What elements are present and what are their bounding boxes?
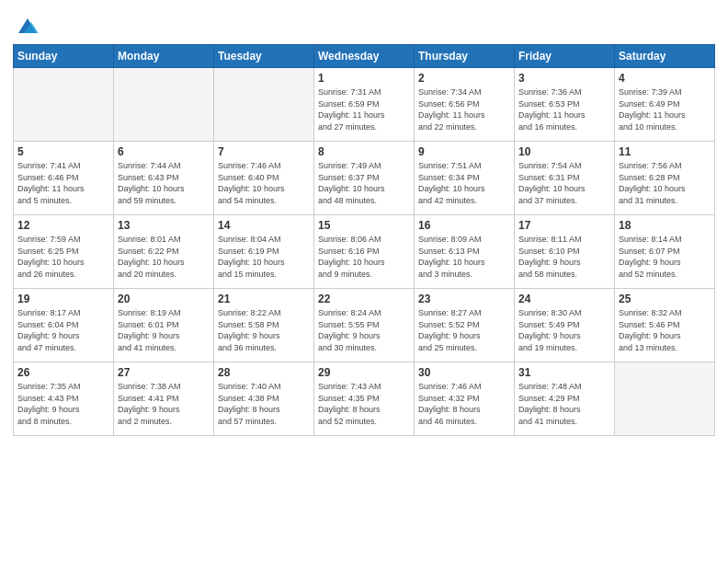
day-number: 24 (518, 293, 610, 305)
day-info: Sunrise: 7:31 AM Sunset: 6:59 PM Dayligh… (318, 86, 410, 132)
weekday-header-saturday: Saturday (615, 45, 715, 68)
day-number: 15 (318, 219, 410, 232)
calendar-cell: 10Sunrise: 7:54 AM Sunset: 6:31 PM Dayli… (515, 142, 615, 215)
day-info: Sunrise: 8:04 AM Sunset: 6:19 PM Dayligh… (218, 234, 310, 280)
logo (13, 13, 40, 39)
calendar-cell: 31Sunrise: 7:48 AM Sunset: 4:29 PM Dayli… (515, 362, 615, 436)
day-info: Sunrise: 8:01 AM Sunset: 6:22 PM Dayligh… (118, 234, 210, 280)
week-row-3: 19Sunrise: 8:17 AM Sunset: 6:04 PM Dayli… (14, 289, 715, 362)
day-number: 20 (118, 293, 210, 305)
day-info: Sunrise: 7:34 AM Sunset: 6:56 PM Dayligh… (418, 86, 510, 132)
calendar-cell: 11Sunrise: 7:56 AM Sunset: 6:28 PM Dayli… (615, 142, 715, 215)
calendar-cell: 20Sunrise: 8:19 AM Sunset: 6:01 PM Dayli… (114, 289, 214, 362)
day-info: Sunrise: 8:09 AM Sunset: 6:13 PM Dayligh… (418, 234, 510, 280)
day-info: Sunrise: 7:51 AM Sunset: 6:34 PM Dayligh… (418, 160, 510, 206)
calendar-cell (14, 68, 114, 142)
calendar-cell: 25Sunrise: 8:32 AM Sunset: 5:46 PM Dayli… (615, 289, 715, 362)
calendar-cell: 15Sunrise: 8:06 AM Sunset: 6:16 PM Dayli… (314, 215, 415, 289)
weekday-header-row: SundayMondayTuesdayWednesdayThursdayFrid… (14, 45, 715, 68)
calendar-cell: 1Sunrise: 7:31 AM Sunset: 6:59 PM Daylig… (314, 68, 415, 142)
day-number: 29 (318, 366, 410, 379)
day-number: 10 (518, 145, 610, 158)
logo-icon (15, 13, 40, 39)
calendar-cell: 8Sunrise: 7:49 AM Sunset: 6:37 PM Daylig… (314, 142, 415, 215)
calendar-cell: 27Sunrise: 7:38 AM Sunset: 4:41 PM Dayli… (114, 362, 214, 436)
weekday-header-monday: Monday (114, 45, 214, 68)
day-number: 11 (619, 145, 711, 158)
calendar-cell: 28Sunrise: 7:40 AM Sunset: 4:38 PM Dayli… (214, 362, 314, 436)
day-info: Sunrise: 7:59 AM Sunset: 6:25 PM Dayligh… (17, 234, 109, 280)
day-info: Sunrise: 7:44 AM Sunset: 6:43 PM Dayligh… (118, 160, 210, 206)
day-info: Sunrise: 8:06 AM Sunset: 6:16 PM Dayligh… (318, 234, 410, 280)
day-info: Sunrise: 7:46 AM Sunset: 4:32 PM Dayligh… (418, 381, 510, 427)
day-number: 22 (318, 293, 410, 305)
day-info: Sunrise: 7:41 AM Sunset: 6:46 PM Dayligh… (17, 160, 109, 206)
day-info: Sunrise: 8:30 AM Sunset: 5:49 PM Dayligh… (518, 307, 610, 353)
day-number: 6 (118, 145, 210, 158)
calendar-cell: 6Sunrise: 7:44 AM Sunset: 6:43 PM Daylig… (114, 142, 214, 215)
calendar-cell: 24Sunrise: 8:30 AM Sunset: 5:49 PM Dayli… (515, 289, 615, 362)
day-number: 12 (17, 219, 109, 232)
day-number: 8 (318, 145, 410, 158)
calendar-cell: 3Sunrise: 7:36 AM Sunset: 6:53 PM Daylig… (515, 68, 615, 142)
day-info: Sunrise: 7:43 AM Sunset: 4:35 PM Dayligh… (318, 381, 410, 427)
week-row-4: 26Sunrise: 7:35 AM Sunset: 4:43 PM Dayli… (14, 362, 715, 436)
day-number: 1 (318, 72, 410, 85)
calendar-cell (615, 362, 715, 436)
day-number: 17 (518, 219, 610, 232)
page-container: SundayMondayTuesdayWednesdayThursdayFrid… (0, 0, 728, 443)
day-info: Sunrise: 8:27 AM Sunset: 5:52 PM Dayligh… (418, 307, 510, 353)
calendar-cell: 9Sunrise: 7:51 AM Sunset: 6:34 PM Daylig… (415, 142, 515, 215)
day-number: 19 (17, 293, 109, 305)
calendar-cell (114, 68, 214, 142)
weekday-header-friday: Friday (515, 45, 615, 68)
calendar-cell: 26Sunrise: 7:35 AM Sunset: 4:43 PM Dayli… (14, 362, 114, 436)
day-number: 3 (518, 72, 610, 85)
calendar-cell: 13Sunrise: 8:01 AM Sunset: 6:22 PM Dayli… (114, 215, 214, 289)
day-info: Sunrise: 7:49 AM Sunset: 6:37 PM Dayligh… (318, 160, 410, 206)
day-info: Sunrise: 7:56 AM Sunset: 6:28 PM Dayligh… (619, 160, 711, 206)
calendar-cell: 12Sunrise: 7:59 AM Sunset: 6:25 PM Dayli… (14, 215, 114, 289)
calendar-cell: 7Sunrise: 7:46 AM Sunset: 6:40 PM Daylig… (214, 142, 314, 215)
day-number: 28 (218, 366, 310, 379)
calendar-cell: 16Sunrise: 8:09 AM Sunset: 6:13 PM Dayli… (415, 215, 515, 289)
day-number: 2 (418, 72, 510, 85)
weekday-header-thursday: Thursday (415, 45, 515, 68)
day-info: Sunrise: 8:22 AM Sunset: 5:58 PM Dayligh… (218, 307, 310, 353)
week-row-2: 12Sunrise: 7:59 AM Sunset: 6:25 PM Dayli… (14, 215, 715, 289)
week-row-1: 5Sunrise: 7:41 AM Sunset: 6:46 PM Daylig… (14, 142, 715, 215)
week-row-0: 1Sunrise: 7:31 AM Sunset: 6:59 PM Daylig… (14, 68, 715, 142)
day-info: Sunrise: 7:46 AM Sunset: 6:40 PM Dayligh… (218, 160, 310, 206)
day-info: Sunrise: 7:38 AM Sunset: 4:41 PM Dayligh… (118, 381, 210, 427)
day-number: 21 (218, 293, 310, 305)
calendar-cell: 17Sunrise: 8:11 AM Sunset: 6:10 PM Dayli… (515, 215, 615, 289)
day-info: Sunrise: 7:35 AM Sunset: 4:43 PM Dayligh… (17, 381, 109, 427)
calendar-cell: 4Sunrise: 7:39 AM Sunset: 6:49 PM Daylig… (615, 68, 715, 142)
day-number: 4 (619, 72, 711, 85)
day-number: 14 (218, 219, 310, 232)
calendar-cell (214, 68, 314, 142)
day-info: Sunrise: 7:48 AM Sunset: 4:29 PM Dayligh… (518, 381, 610, 427)
day-info: Sunrise: 7:40 AM Sunset: 4:38 PM Dayligh… (218, 381, 310, 427)
day-info: Sunrise: 8:11 AM Sunset: 6:10 PM Dayligh… (518, 234, 610, 280)
day-number: 18 (619, 219, 711, 232)
day-info: Sunrise: 8:17 AM Sunset: 6:04 PM Dayligh… (17, 307, 109, 353)
calendar-cell: 21Sunrise: 8:22 AM Sunset: 5:58 PM Dayli… (214, 289, 314, 362)
day-info: Sunrise: 7:36 AM Sunset: 6:53 PM Dayligh… (518, 86, 610, 132)
day-number: 30 (418, 366, 510, 379)
day-number: 25 (619, 293, 711, 305)
weekday-header-sunday: Sunday (14, 45, 114, 68)
day-info: Sunrise: 7:54 AM Sunset: 6:31 PM Dayligh… (518, 160, 610, 206)
calendar-cell: 22Sunrise: 8:24 AM Sunset: 5:55 PM Dayli… (314, 289, 415, 362)
day-number: 16 (418, 219, 510, 232)
calendar-cell: 2Sunrise: 7:34 AM Sunset: 6:56 PM Daylig… (415, 68, 515, 142)
day-number: 9 (418, 145, 510, 158)
calendar-table: SundayMondayTuesdayWednesdayThursdayFrid… (13, 44, 715, 436)
day-number: 5 (17, 145, 109, 158)
day-number: 26 (17, 366, 109, 379)
calendar-cell: 29Sunrise: 7:43 AM Sunset: 4:35 PM Dayli… (314, 362, 415, 436)
calendar-cell: 18Sunrise: 8:14 AM Sunset: 6:07 PM Dayli… (615, 215, 715, 289)
calendar-cell: 14Sunrise: 8:04 AM Sunset: 6:19 PM Dayli… (214, 215, 314, 289)
day-info: Sunrise: 8:24 AM Sunset: 5:55 PM Dayligh… (318, 307, 410, 353)
calendar-cell: 19Sunrise: 8:17 AM Sunset: 6:04 PM Dayli… (14, 289, 114, 362)
